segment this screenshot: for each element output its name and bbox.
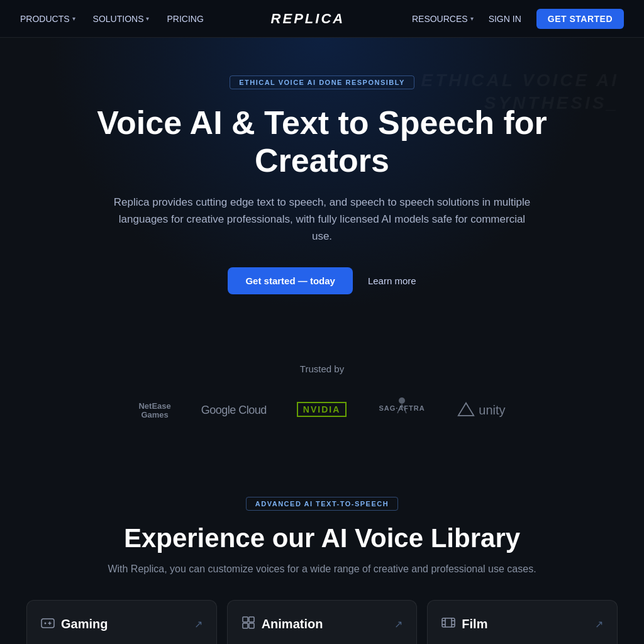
logo-sag-aftra: SAG·AFTRA: [377, 393, 427, 428]
nav-left: PRODUCTS ▾ SOLUTIONS ▾ PRICING: [20, 14, 204, 24]
logo-google-cloud: Google Cloud: [201, 404, 267, 417]
get-started-nav-button[interactable]: GET STARTED: [536, 9, 624, 29]
hero-heading: Voice AI & Text to Speech for Creators: [70, 104, 574, 180]
gaming-icon: [41, 616, 55, 633]
nav-resources[interactable]: RESOURCES ▾: [412, 14, 474, 24]
voice-library-section: ADVANCED AI TEXT-TO-SPEECH Experience ou…: [0, 484, 644, 644]
external-link-icon[interactable]: ↗: [595, 618, 603, 630]
voice-cards-grid: Gaming ↗ With Replica, you can customize…: [26, 600, 618, 644]
hero-actions: Get started — today Learn more: [25, 267, 619, 294]
animation-card-title: Animation: [262, 617, 323, 631]
chevron-down-icon: ▾: [72, 15, 75, 22]
voice-section-heading: Experience our AI Voice Library: [25, 523, 619, 553]
svg-rect-6: [243, 617, 248, 622]
animation-icon: [242, 616, 255, 633]
hero-learn-more-button[interactable]: Learn more: [368, 275, 416, 286]
chevron-down-icon: ▾: [470, 15, 474, 22]
film-icon: [441, 616, 455, 633]
gaming-card-title: Gaming: [61, 617, 108, 631]
hero-badge: ETHICAL VOICE AI DONE RESPONSIBLY: [230, 75, 414, 89]
voice-section-badge: ADVANCED AI TEXT-TO-SPEECH: [246, 497, 398, 511]
animation-card-desc: Add dynamic and immersive character voic…: [242, 641, 403, 644]
external-link-icon[interactable]: ↗: [194, 618, 203, 630]
nav-right: RESOURCES ▾ SIGN IN GET STARTED: [412, 9, 624, 29]
nav-solutions[interactable]: SOLUTIONS ▾: [93, 14, 150, 24]
gaming-card-desc: With Replica, you can customize voices t…: [41, 641, 203, 644]
nav-products[interactable]: PRODUCTS ▾: [20, 14, 75, 24]
svg-rect-7: [249, 617, 254, 622]
logos-container: NetEase Games Google Cloud NVIDIA SAG·AF…: [25, 393, 619, 428]
voice-card-gaming: Gaming ↗ With Replica, you can customize…: [26, 600, 217, 644]
external-link-icon[interactable]: ↗: [394, 618, 402, 630]
voice-section-description: With Replica, you can customize voices f…: [25, 564, 619, 575]
hero-description: Replica provides cutting edge text to sp…: [108, 194, 536, 245]
svg-point-5: [45, 623, 47, 625]
film-card-title: Film: [462, 617, 487, 631]
trusted-title: Trusted by: [25, 364, 619, 374]
nav-pricing[interactable]: PRICING: [167, 14, 203, 24]
svg-rect-9: [249, 623, 254, 628]
film-card-desc: With Replica's AI-driven voice you can c…: [441, 641, 603, 644]
svg-rect-4: [42, 619, 54, 628]
chevron-down-icon: ▾: [146, 15, 149, 22]
logo-unity: unity: [457, 402, 505, 419]
logo-netease-games: NetEase Games: [138, 401, 170, 420]
svg-point-1: [399, 397, 405, 404]
svg-rect-8: [243, 623, 248, 628]
hero-section: ETHICAL VOICE AI SYNTHESIS_ ETHICAL VOIC…: [0, 38, 644, 357]
navigation: PRODUCTS ▾ SOLUTIONS ▾ PRICING REPLICA R…: [0, 0, 644, 38]
site-logo[interactable]: REPLICA: [271, 11, 345, 27]
svg-rect-10: [442, 618, 455, 627]
voice-card-animation: Animation ↗ Add dynamic and immersive ch…: [227, 600, 418, 644]
sign-in-button[interactable]: SIGN IN: [489, 14, 521, 24]
hero-cta-button[interactable]: Get started — today: [228, 267, 353, 294]
trusted-section: Trusted by NetEase Games Google Cloud NV…: [0, 357, 644, 459]
voice-card-film: Film ↗ With Replica's AI-driven voice yo…: [427, 600, 618, 644]
logo-nvidia: NVIDIA: [297, 402, 347, 419]
